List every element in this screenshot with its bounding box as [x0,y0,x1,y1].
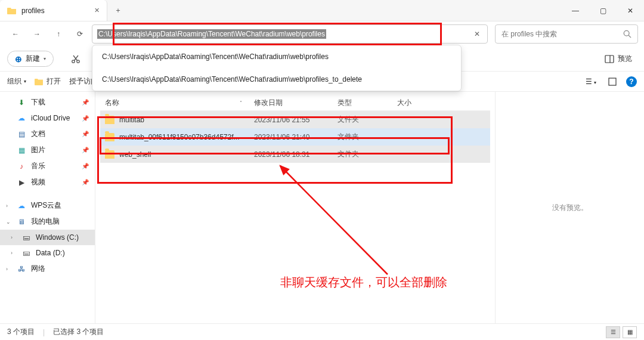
help-button[interactable]: ? [626,76,637,87]
chevron-down-icon: ⌄ [6,219,12,225]
new-button[interactable]: ⊕ 新建 ▾ [7,51,54,67]
file-name: multitab_00f611f8150c07b36d4572f... [119,133,254,141]
sidebar-item-videos[interactable]: ▶ 视频 📌 [0,174,95,190]
address-suggestions: C:\Users\Iraqis\AppData\Roaming\Tencent\… [92,45,462,91]
download-icon: ⬇ [17,98,26,107]
svg-rect-8 [605,55,614,63]
chevron-right-icon: › [11,250,17,256]
document-icon: ▤ [17,129,26,139]
address-bar[interactable]: C:\Users\Iraqis\AppData\Roaming\Tencent\… [92,24,488,44]
tiles-view-button[interactable]: ▦ [623,326,637,338]
sidebar-item-network[interactable]: › 🖧 网络 [0,261,95,277]
sidebar-item-drive-d[interactable]: › 🖴 Data (D:) [0,245,95,261]
suggestion-item[interactable]: C:\Users\Iraqis\AppData\Roaming\Tencent\… [92,45,461,68]
organize-menu[interactable]: 组织 ▾ [7,76,26,86]
navigation-toolbar: ← → ↑ ⟳ C:\Users\Iraqis\AppData\Roaming\… [0,21,644,47]
status-selected: 已选择 3 个项目 [53,327,104,337]
drive-icon: 🖴 [21,248,31,258]
sidebar: ⬇ 下载 📌 ☁ iCloud Drive 📌 ▤ 文档 📌 ▦ 图片 📌 ♪ … [0,92,95,323]
folder-icon [105,150,114,159]
new-label: 新建 [26,54,40,64]
sidebar-item-downloads[interactable]: ⬇ 下载 📌 [0,94,95,110]
suggestion-item[interactable]: C:\Users\Iraqis\AppData\Roaming\Tencent\… [92,68,461,91]
folder-icon [105,133,114,141]
forward-button[interactable]: → [27,24,47,44]
view-tiles-icon[interactable] [606,76,619,87]
chevron-right-icon: › [6,203,12,209]
sidebar-item-music[interactable]: ♪ 音乐 📌 [0,158,95,174]
pin-icon: 📌 [82,99,89,106]
view-list-icon[interactable]: ☰ ▾ [583,76,599,87]
svg-line-1 [628,35,631,38]
file-date: 2023/11/06 21:40 [254,133,338,141]
refresh-button[interactable]: ⟳ [70,24,89,44]
file-date: 2023/11/06 21:55 [254,116,338,124]
tab-profiles[interactable]: profiles ✕ [0,0,107,21]
file-date: 2023/11/06 18:31 [254,150,338,159]
column-size[interactable]: 大小 [397,98,433,108]
file-name: web_shell [119,150,254,159]
sort-indicator-icon: ˄ [240,100,242,106]
address-path: C:\Users\Iraqis\AppData\Roaming\Tencent\… [97,29,326,39]
file-row[interactable]: multitab_00f611f8150c07b36d4572f... 2023… [100,128,490,146]
details-view-button[interactable]: ☰ [606,326,620,338]
sidebar-item-documents[interactable]: ▤ 文档 📌 [0,126,95,142]
back-button[interactable]: ← [6,24,25,44]
close-tab-button[interactable]: ✕ [94,7,100,14]
search-input[interactable] [501,30,623,38]
search-icon [623,30,631,38]
wps-icon: ☁ [17,201,26,211]
file-name: multitab [119,116,254,124]
file-row[interactable]: web_shell 2023/11/06 18:31 文件夹 [100,146,490,163]
cloud-icon: ☁ [17,113,26,123]
sidebar-item-pictures[interactable]: ▦ 图片 📌 [0,142,95,158]
cut-button[interactable] [66,50,86,69]
drive-icon: 🖴 [21,233,31,242]
status-bar: 3 个项目 | 已选择 3 个项目 ☰ ▦ [0,323,644,340]
pin-icon: 📌 [82,179,89,186]
new-tab-button[interactable]: ＋ [107,0,129,21]
close-window-button[interactable]: ✕ [617,0,644,21]
preview-label: 预览 [618,54,632,64]
plus-icon: ⊕ [15,54,22,64]
column-name[interactable]: 名称˄ [105,98,254,108]
search-box[interactable] [495,24,638,44]
pin-icon: 📌 [82,131,89,137]
network-icon: 🖧 [17,264,26,274]
file-list-pane: 名称˄ 修改日期 类型 大小 multitab 2023/11/06 21:55… [95,92,495,323]
pin-icon: 📌 [82,147,89,153]
file-type: 文件夹 [338,149,397,159]
sidebar-item-thispc[interactable]: ⌄ 🖥 我的电脑 [0,214,95,230]
file-row[interactable]: multitab 2023/11/06 21:55 文件夹 [100,111,490,128]
sidebar-item-wps[interactable]: › ☁ WPS云盘 [0,197,95,214]
open-button[interactable]: 打开 [35,76,61,86]
clear-address-button[interactable]: ✕ [472,27,482,41]
column-date[interactable]: 修改日期 [254,98,338,108]
title-bar: profiles ✕ ＋ — ▢ ✕ [0,0,644,21]
folder-open-icon [35,78,44,86]
preview-toggle[interactable]: 预览 [600,51,637,66]
pin-icon: 📌 [82,115,89,122]
maximize-button[interactable]: ▢ [589,0,617,21]
preview-empty-text: 没有预览。 [552,203,588,213]
video-icon: ▶ [17,178,26,187]
svg-point-0 [624,30,629,36]
pc-icon: 🖥 [17,217,26,227]
up-button[interactable]: ↑ [49,24,68,44]
chevron-down-icon: ▾ [24,79,26,84]
music-icon: ♪ [17,162,26,171]
tab-title: profiles [21,7,45,15]
sidebar-item-drive-c[interactable]: › 🖴 Windows (C:) [0,230,95,245]
pin-icon: 📌 [82,163,89,169]
chevron-right-icon: › [11,234,17,240]
folder-icon [105,116,114,124]
chevron-right-icon: › [6,266,12,272]
preview-icon [605,54,614,64]
chevron-down-icon: ▾ [44,56,46,61]
column-headers: 名称˄ 修改日期 类型 大小 [100,95,490,111]
svg-rect-10 [609,78,616,85]
file-type: 文件夹 [338,132,397,142]
column-type[interactable]: 类型 [338,98,397,108]
minimize-button[interactable]: — [562,0,589,21]
sidebar-item-icloud[interactable]: ☁ iCloud Drive 📌 [0,110,95,126]
